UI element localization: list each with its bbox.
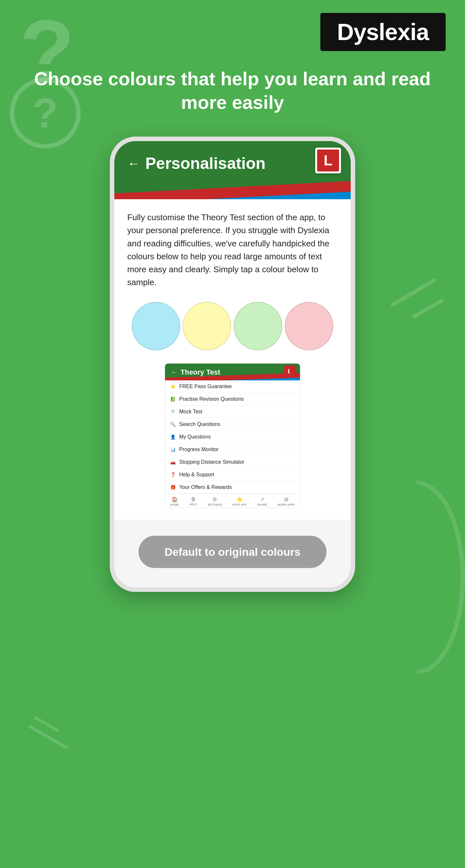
back-arrow-icon[interactable]: ← <box>127 156 140 171</box>
menu-label-help: Help & Support <box>179 472 214 477</box>
clock-icon: ⏱ <box>169 408 176 415</box>
phone-content: Fully customise the Theory Test section … <box>114 199 351 520</box>
tagline: Choose colours that help you learn and r… <box>0 67 465 114</box>
l-plate-letter: L <box>324 152 333 168</box>
menu-label-stopping: Stopping Distance Simulator <box>179 459 244 465</box>
default-colors-button[interactable]: Default to original colours <box>138 536 326 568</box>
nav-share-label: SHARE <box>257 503 267 506</box>
nav-settings-label: SETTINGS <box>208 503 222 506</box>
mini-app-title: Theory Test <box>181 368 220 376</box>
nav-more-label: MORE APPS <box>278 503 295 506</box>
menu-label-offers: Your Offers & Rewards <box>179 485 232 490</box>
menu-item-my-questions[interactable]: 👤 My Questions <box>165 431 300 443</box>
nav-rate[interactable]: ⭐ RATE APP <box>232 496 246 506</box>
mini-bottom-nav: 🏠 HOME 🗑 HELP ⚙ SETTINGS ⭐ RATE APP <box>165 493 300 507</box>
menu-item-offers[interactable]: 🎁 Your Offers & Rewards <box>165 481 300 493</box>
menu-label-my-questions: My Questions <box>179 434 211 440</box>
menu-label-free-pass: FREE Pass Guarantee <box>179 383 232 390</box>
menu-label-mock-test: Mock Test <box>179 409 203 414</box>
share-icon: ↗ <box>260 496 264 502</box>
menu-list: ⭐ FREE Pass Guarantee 📗 Practise Revisio… <box>165 380 300 493</box>
menu-item-search[interactable]: 🔍 Search Questions <box>165 418 300 431</box>
phone-header: ← Personalisation L <box>114 141 351 199</box>
rate-icon: ⭐ <box>237 496 243 502</box>
nav-share[interactable]: ↗ SHARE <box>257 496 267 506</box>
home-icon: 🏠 <box>172 496 178 502</box>
nav-home[interactable]: 🏠 HOME <box>170 496 179 506</box>
menu-item-practise[interactable]: 📗 Practise Revision Questions <box>165 393 300 406</box>
nav-settings[interactable]: ⚙ SETTINGS <box>208 496 222 506</box>
description-text: Fully customise the Theory Test section … <box>127 211 338 289</box>
bg-diagonal-2 <box>34 716 60 733</box>
nav-help-label: HELP <box>190 503 197 506</box>
dyslexia-badge: Dyslexia <box>320 13 445 51</box>
default-button-area: Default to original colours <box>114 520 351 587</box>
gift-icon: 🎁 <box>169 484 176 491</box>
chart-icon: 📊 <box>169 446 176 453</box>
mini-app-header: ← Theory Test L <box>165 364 300 380</box>
nav-home-label: HOME <box>170 503 179 506</box>
nav-help[interactable]: 🗑 HELP <box>190 496 197 506</box>
menu-label-progress: Progress Monitor <box>179 446 219 453</box>
gear-icon: ⚙ <box>213 496 217 502</box>
mini-app-preview: ← Theory Test L ⭐ FREE Pass Guarantee <box>165 363 300 508</box>
phone-container: ← Personalisation L Fully customise the … <box>0 136 465 592</box>
book-icon: 📗 <box>169 396 176 402</box>
l-plate-inner: L <box>317 150 339 172</box>
color-circle-blue[interactable] <box>132 302 180 350</box>
mini-back-arrow: ← <box>171 368 177 376</box>
header-area: Dyslexia Choose colours that help you le… <box>0 0 465 114</box>
color-circle-yellow[interactable] <box>183 302 231 350</box>
menu-item-help[interactable]: ❓ Help & Support <box>165 469 300 481</box>
color-circle-pink[interactable] <box>285 302 333 350</box>
menu-item-progress[interactable]: 📊 Progress Monitor <box>165 443 300 456</box>
trash-icon: 🗑 <box>191 496 196 502</box>
phone-mockup: ← Personalisation L Fully customise the … <box>110 136 355 592</box>
screen-title: Personalisation <box>145 154 266 173</box>
person-icon: 👤 <box>169 434 176 440</box>
phone-header-nav: ← Personalisation <box>127 154 338 173</box>
nav-rate-label: RATE APP <box>232 503 246 506</box>
help-icon: ❓ <box>169 471 176 478</box>
speed-icon: 🚗 <box>169 459 176 465</box>
menu-label-search: Search Questions <box>179 422 220 427</box>
color-circle-green[interactable] <box>234 302 282 350</box>
menu-item-free-pass[interactable]: ⭐ FREE Pass Guarantee <box>165 380 300 393</box>
menu-label-practise: Practise Revision Questions <box>179 396 244 402</box>
dyslexia-title: Dyslexia <box>337 19 429 45</box>
menu-item-mock-test[interactable]: ⏱ Mock Test <box>165 406 300 418</box>
star-icon: ⭐ <box>169 383 176 390</box>
color-circles-row <box>127 302 338 350</box>
l-plate-badge: L <box>315 148 341 174</box>
search-icon: 🔍 <box>169 421 176 428</box>
menu-item-stopping[interactable]: 🚗 Stopping Distance Simulator <box>165 456 300 469</box>
grid-icon: ⊞ <box>284 496 288 502</box>
bg-diagonal-1 <box>28 724 69 750</box>
nav-more[interactable]: ⊞ MORE APPS <box>278 496 295 506</box>
